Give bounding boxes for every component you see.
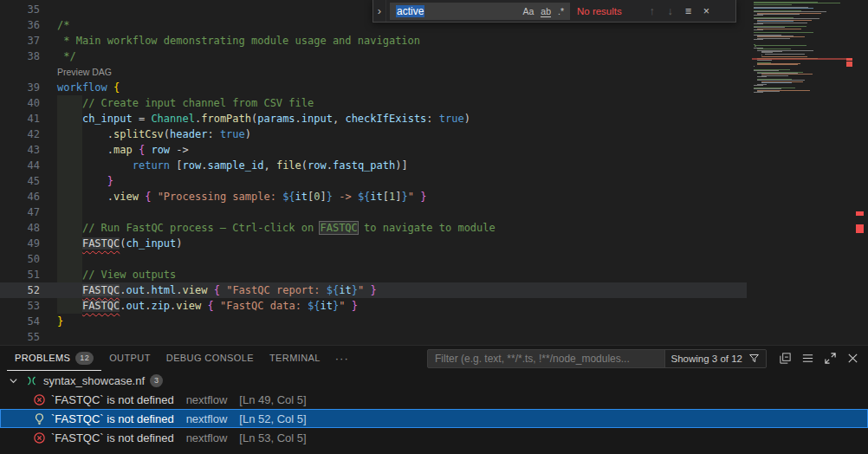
find-widget: › active Aa ab .* No results ↑ ↓ ≡ × (372, 0, 736, 23)
problem-row[interactable]: `FASTQC` is not definednextflow[Ln 52, C… (0, 409, 868, 428)
code-line-52[interactable]: 52 FASTQC.out.html.view { "FastQC report… (0, 282, 868, 298)
code-line-43[interactable]: 43 .map { row -> (0, 142, 868, 158)
code-line-53[interactable]: 53 FASTQC.out.zip.view { "FastQC data: $… (0, 298, 868, 314)
line-number: 50 (0, 251, 57, 267)
overview-ruler[interactable] (852, 0, 868, 345)
code-text: FASTQC.out.zip.view { "FastQC data: ${it… (57, 298, 358, 314)
code-text: // View outputs (57, 267, 176, 282)
code-line-45[interactable]: 45 } (0, 173, 868, 189)
filter-placeholder: Filter (e.g. text, **/*.ts, !**/node_mod… (428, 353, 664, 365)
find-results-label: No results (577, 6, 638, 16)
code-text: .splitCsv(header: true) (57, 126, 251, 142)
line-number: 46 (0, 189, 57, 204)
code-text: return [row.sample_id, file(row.fastq_pa… (57, 158, 408, 173)
code-text: */ (57, 49, 76, 64)
problems-filter-input[interactable]: Filter (e.g. text, **/*.ts, !**/node_mod… (427, 349, 767, 368)
line-number: 52 (0, 282, 57, 298)
code-text: // Run FastQC process – Ctrl-click on FA… (57, 220, 496, 236)
tab-terminal[interactable]: TERMINAL (262, 346, 328, 371)
error-marker (856, 211, 864, 216)
code-line-39[interactable]: 39workflow { (0, 80, 868, 95)
line-number: 49 (0, 236, 57, 251)
code-text: .map { row -> (57, 142, 189, 158)
code-text: FASTQC.out.html.view { "FastQC report: $… (57, 282, 377, 298)
codelens-row[interactable]: Preview DAG (0, 64, 868, 80)
code-line-44[interactable]: 44 return [row.sample_id, file(row.fastq… (0, 158, 868, 173)
code-line-38[interactable]: 38 */ (0, 49, 868, 64)
find-close-button[interactable]: × (697, 5, 716, 17)
code-editor[interactable]: 3536/*37 * Main workflow demonstrating m… (0, 0, 868, 345)
find-previous-button[interactable]: ↑ (643, 5, 661, 17)
line-number: 39 (0, 80, 57, 95)
line-number: 40 (0, 95, 57, 111)
find-in-selection-button[interactable]: ≡ (679, 5, 697, 17)
close-panel-icon[interactable] (846, 352, 859, 365)
tab-debug-console[interactable]: DEBUG CONSOLE (159, 346, 262, 371)
toggle-replace-button[interactable]: › (373, 0, 386, 22)
code-text: .view { "Processing sample: ${it[0]} -> … (57, 189, 426, 204)
problem-message: `FASTQC` is not defined (51, 393, 174, 406)
whole-word-icon[interactable]: ab (538, 5, 554, 17)
line-number: 51 (0, 267, 57, 282)
tab-output[interactable]: OUTPUT (101, 346, 159, 371)
problem-row[interactable]: `FASTQC` is not definednextflow[Ln 49, C… (0, 390, 868, 409)
tab-debug-console-label: DEBUG CONSOLE (166, 353, 254, 363)
find-query-text: active (396, 5, 424, 17)
error-marker (856, 224, 864, 233)
problem-message: `FASTQC` is not defined (51, 431, 174, 444)
line-number: 53 (0, 298, 57, 314)
problem-source: nextflow (186, 431, 228, 444)
collapse-all-icon[interactable] (779, 352, 792, 365)
problem-location: [Ln 52, Col 5] (239, 412, 306, 425)
file-problems-badge: 3 (150, 374, 163, 387)
maximize-panel-icon[interactable] (824, 352, 837, 365)
regex-icon[interactable]: .* (555, 5, 567, 17)
code-text: workflow { (57, 80, 120, 95)
code-line-51[interactable]: 51 // View outputs (0, 267, 868, 282)
minimap-content (754, 2, 851, 97)
chevron-right-icon: › (378, 4, 381, 17)
line-number: 38 (0, 49, 57, 64)
view-as-table-icon[interactable] (801, 352, 814, 365)
code-text: * Main workflow demonstrating module usa… (57, 33, 420, 49)
code-text: ch_input = Channel.fromPath(params.input… (57, 111, 470, 126)
error-icon (32, 431, 46, 444)
codelens-preview-dag[interactable]: Preview DAG (57, 64, 112, 80)
line-number: 37 (0, 33, 57, 49)
find-input[interactable]: active Aa ab .* (390, 3, 570, 20)
problem-row[interactable]: `FASTQC` is not definednextflow[Ln 53, C… (0, 428, 868, 447)
line-number: 43 (0, 142, 57, 158)
minimap-error-marker (846, 58, 852, 61)
file-name: syntax_showcase.nf (43, 374, 145, 387)
find-next-button[interactable]: ↓ (661, 5, 679, 17)
line-number: 45 (0, 173, 57, 189)
code-line-55[interactable]: 55 (0, 329, 868, 345)
code-line-37[interactable]: 37 * Main workflow demonstrating module … (0, 33, 868, 49)
code-text: FASTQC(ch_input) (57, 236, 183, 251)
problems-file-row[interactable]: syntax_showcase.nf 3 (0, 371, 868, 390)
problem-rows: `FASTQC` is not definednextflow[Ln 49, C… (0, 390, 868, 447)
code-text: /* (57, 17, 69, 33)
code-line-48[interactable]: 48 // Run FastQC process – Ctrl-click on… (0, 220, 868, 236)
line-number: 35 (0, 2, 57, 17)
line-number: 36 (0, 17, 57, 33)
code-line-50[interactable]: 50 (0, 251, 868, 267)
tab-problems[interactable]: PROBLEMS 12 (7, 346, 101, 371)
code-line-46[interactable]: 46 .view { "Processing sample: ${it[0]} … (0, 189, 868, 204)
code-line-49[interactable]: 49 FASTQC(ch_input) (0, 236, 868, 251)
filter-funnel-icon[interactable] (748, 353, 760, 364)
more-tabs-button[interactable]: ··· (328, 352, 356, 365)
code-line-47[interactable]: 47 (0, 204, 868, 220)
line-number: 47 (0, 204, 57, 220)
minimap[interactable] (752, 0, 852, 345)
code-line-42[interactable]: 42 .splitCsv(header: true) (0, 126, 868, 142)
code-line-41[interactable]: 41 ch_input = Channel.fromPath(params.in… (0, 111, 868, 126)
error-icon (32, 392, 46, 406)
code-line-40[interactable]: 40 // Create input channel from CSV file (0, 95, 868, 111)
match-case-icon[interactable]: Aa (520, 5, 536, 17)
line-number: 48 (0, 220, 57, 236)
code-text: } (57, 173, 113, 189)
code-line-54[interactable]: 54} (0, 314, 868, 329)
problems-count-badge: 12 (75, 352, 94, 365)
line-number: 54 (0, 314, 57, 329)
